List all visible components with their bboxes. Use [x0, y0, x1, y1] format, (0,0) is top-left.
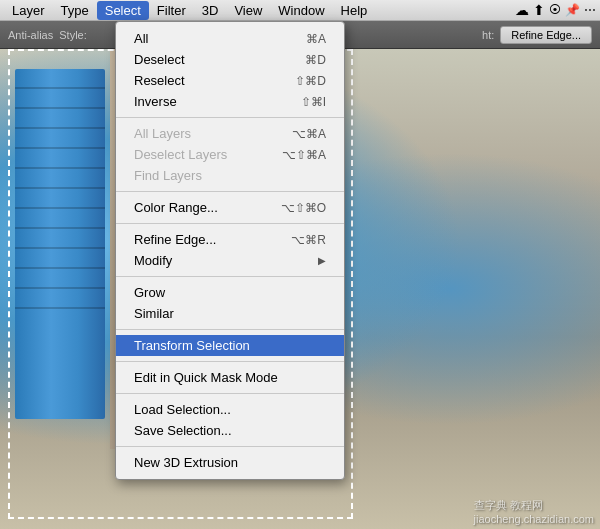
menubar: Layer Type Select Filter 3D View Window … — [0, 0, 600, 21]
menu-section-9: New 3D Extrusion — [116, 450, 344, 475]
divider-2 — [116, 191, 344, 192]
select-menu: All ⌘A Deselect ⌘D Reselect ⇧⌘D Inverse … — [115, 21, 345, 480]
menu-layer[interactable]: Layer — [4, 1, 53, 20]
dots-icon[interactable]: ⋯ — [584, 3, 596, 17]
style-label: Style: — [59, 29, 87, 41]
menu-3d[interactable]: 3D — [194, 1, 227, 20]
menu-item-save-selection[interactable]: Save Selection... — [116, 420, 344, 441]
menu-item-load-selection[interactable]: Load Selection... — [116, 399, 344, 420]
menu-item-transform-selection[interactable]: Transform Selection — [116, 335, 344, 356]
divider-7 — [116, 393, 344, 394]
menu-item-3d-extrusion[interactable]: New 3D Extrusion — [116, 452, 344, 473]
menu-section-7: Edit in Quick Mask Mode — [116, 365, 344, 390]
menu-item-reselect[interactable]: Reselect ⇧⌘D — [116, 70, 344, 91]
watermark: 查字典 教程网 jiaocheng.chazidian.com — [474, 498, 594, 525]
watermark-line1: 查字典 教程网 — [474, 498, 594, 513]
menu-item-deselect-layers: Deselect Layers ⌥⇧⌘A — [116, 144, 344, 165]
divider-6 — [116, 361, 344, 362]
menu-item-inverse[interactable]: Inverse ⇧⌘I — [116, 91, 344, 112]
menu-item-quick-mask[interactable]: Edit in Quick Mask Mode — [116, 367, 344, 388]
share-icon[interactable]: ⬆ — [533, 2, 545, 18]
menu-select[interactable]: Select — [97, 1, 149, 20]
menu-section-2: All Layers ⌥⌘A Deselect Layers ⌥⇧⌘A Find… — [116, 121, 344, 188]
menu-help[interactable]: Help — [333, 1, 376, 20]
watermark-line2: jiaocheng.chazidian.com — [474, 513, 594, 525]
divider-4 — [116, 276, 344, 277]
menu-item-grow[interactable]: Grow — [116, 282, 344, 303]
menu-item-refine-edge[interactable]: Refine Edge... ⌥⌘R — [116, 229, 344, 250]
divider-3 — [116, 223, 344, 224]
camera-icon[interactable]: ⦿ — [549, 3, 561, 17]
width-label: ht: — [482, 29, 494, 41]
cloud-icon[interactable]: ☁ — [515, 2, 529, 18]
menu-item-all-layers: All Layers ⌥⌘A — [116, 123, 344, 144]
menu-type[interactable]: Type — [53, 1, 97, 20]
menu-section-3: Color Range... ⌥⇧⌘O — [116, 195, 344, 220]
menu-item-modify[interactable]: Modify ▶ — [116, 250, 344, 271]
menu-section-4: Refine Edge... ⌥⌘R Modify ▶ — [116, 227, 344, 273]
menu-item-all[interactable]: All ⌘A — [116, 28, 344, 49]
refine-edge-button[interactable]: Refine Edge... — [500, 26, 592, 44]
menu-section-5: Grow Similar — [116, 280, 344, 326]
shutter-left — [15, 69, 105, 419]
divider-5 — [116, 329, 344, 330]
divider-1 — [116, 117, 344, 118]
menu-view[interactable]: View — [226, 1, 270, 20]
menu-item-color-range[interactable]: Color Range... ⌥⇧⌘O — [116, 197, 344, 218]
pin-icon[interactable]: 📌 — [565, 3, 580, 17]
divider-8 — [116, 446, 344, 447]
menu-filter[interactable]: Filter — [149, 1, 194, 20]
menu-section-8: Load Selection... Save Selection... — [116, 397, 344, 443]
menu-section-1: All ⌘A Deselect ⌘D Reselect ⇧⌘D Inverse … — [116, 26, 344, 114]
menu-item-similar[interactable]: Similar — [116, 303, 344, 324]
menu-window[interactable]: Window — [270, 1, 332, 20]
menu-section-6: Transform Selection — [116, 333, 344, 358]
anti-alias-label: Anti-alias — [8, 29, 53, 41]
menu-item-deselect[interactable]: Deselect ⌘D — [116, 49, 344, 70]
menu-item-find-layers: Find Layers — [116, 165, 344, 186]
